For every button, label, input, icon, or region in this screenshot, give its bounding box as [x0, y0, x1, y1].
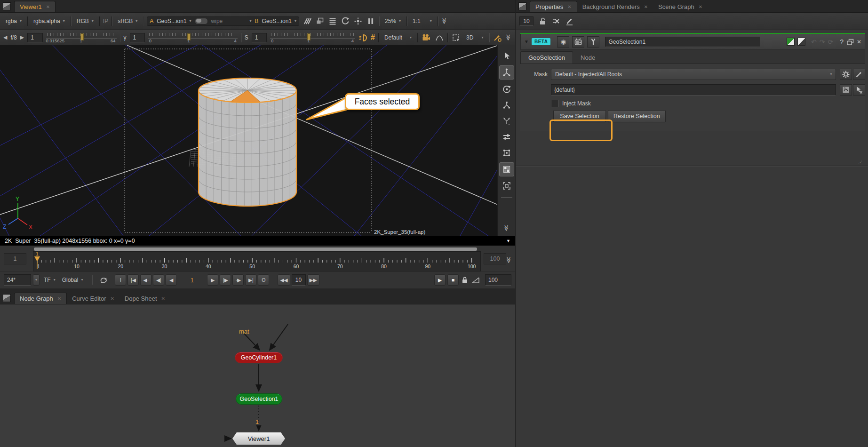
free-transform-tool-icon[interactable]	[500, 114, 514, 128]
in-point-button[interactable]: I	[115, 274, 126, 286]
frame-range-dropdown[interactable]: Global▾	[60, 276, 86, 284]
playback-end-input[interactable]: 100	[485, 274, 511, 286]
node-geoselection1[interactable]: GeoSelection1	[236, 393, 282, 405]
roi-icon[interactable]	[353, 16, 363, 26]
float-panel-icon[interactable]	[846, 38, 854, 46]
timeline-scrollbar[interactable]	[34, 247, 477, 251]
flipbook-button[interactable]: ▶	[434, 274, 446, 286]
status-dropdown-icon[interactable]: ▼	[506, 239, 510, 243]
tab-node-graph[interactable]: Node Graph✕	[14, 293, 67, 304]
gamma-input[interactable]: 1	[130, 33, 145, 42]
saturation-input[interactable]: 1	[252, 33, 267, 42]
translate-tool-icon[interactable]	[499, 65, 514, 80]
previous-keyframe-button[interactable]: ◀·	[140, 274, 151, 286]
rotate-tool-icon[interactable]	[500, 82, 514, 96]
monitor-output-icon[interactable]	[572, 36, 584, 48]
cylinder-geometry[interactable]	[199, 78, 296, 206]
restore-selection-button[interactable]: Restore Selection	[608, 110, 666, 122]
close-icon[interactable]: ✕	[161, 296, 165, 301]
fstop-up-button[interactable]: ▶	[20, 34, 24, 40]
display-mode-dropdown[interactable]: RGB▾	[74, 17, 96, 25]
scanline-icon[interactable]	[328, 16, 337, 26]
lens-curve-icon[interactable]	[435, 33, 444, 42]
play-backward-button[interactable]: ◀	[166, 274, 177, 286]
range-end-input[interactable]: 100	[484, 253, 506, 264]
mask-pattern-input[interactable]: {default}	[551, 84, 836, 96]
sample-eyedropper-icon[interactable]	[493, 33, 502, 42]
collapse-toolbar-icon[interactable]: ≫	[503, 225, 510, 231]
viewer-3d-canvas[interactable]: Y X Z 2K_Super_35(full-ap) Faces selecte…	[0, 45, 515, 236]
refresh-icon[interactable]	[341, 16, 350, 26]
close-icon[interactable]: ✕	[699, 4, 702, 9]
view-mode-dropdown[interactable]: 3D▾	[464, 33, 486, 42]
tab-viewer1[interactable]: Viewer1 ✕	[14, 1, 56, 12]
stop-render-button[interactable]: ■	[447, 274, 459, 286]
channels-dropdown[interactable]: rgba▾	[3, 17, 24, 25]
tab-scene-graph[interactable]: Scene Graph✕	[653, 1, 708, 12]
node-viewer1[interactable]: Viewer1	[232, 432, 285, 445]
gain-slider[interactable]: 0.015625 1 64	[46, 32, 117, 44]
gain-input[interactable]: 1	[27, 33, 42, 42]
zoom-dropdown[interactable]: 25%▾	[382, 17, 403, 25]
downrez-stripes-icon[interactable]	[303, 16, 312, 26]
close-icon[interactable]: ✕	[110, 296, 114, 301]
center-node-icon[interactable]: ◉	[557, 36, 569, 48]
close-panel-icon[interactable]: ✕	[857, 39, 861, 45]
grid-overlay-icon[interactable]: #	[371, 33, 375, 42]
node-color-swatch[interactable]	[787, 38, 795, 46]
object-selection-mode-icon[interactable]	[500, 179, 514, 192]
step-forward-button[interactable]: |▶	[220, 274, 231, 286]
fps-input[interactable]: 24*	[4, 274, 31, 286]
close-icon[interactable]: ✕	[567, 4, 571, 9]
a-input-dropdown[interactable]: GeoS...ion1▾	[157, 18, 191, 24]
pause-icon[interactable]	[366, 16, 375, 26]
pane-split-icon[interactable]	[518, 2, 526, 10]
render-ramp-icon[interactable]	[471, 276, 480, 284]
headlamp-icon[interactable]	[358, 33, 367, 42]
select-tool-icon[interactable]	[500, 49, 514, 63]
camera-icon[interactable]	[421, 33, 431, 42]
help-icon[interactable]: ?	[840, 38, 844, 46]
pixel-aspect-dropdown[interactable]: 1:1▾	[410, 17, 434, 25]
panel-resize-grip[interactable]: ⋰	[858, 160, 865, 166]
collapse-toolbar-icon[interactable]: ≫	[441, 18, 448, 24]
frame-ruler[interactable]: 1102030405060708090100 1	[33, 251, 481, 271]
adjust-sliders-icon[interactable]	[500, 130, 514, 144]
node-name-input[interactable]: GeoSelection1	[605, 37, 760, 47]
gl-color-swatch[interactable]	[797, 38, 805, 46]
close-icon[interactable]: ✕	[46, 4, 50, 9]
current-frame-display[interactable]: 1	[179, 277, 205, 284]
pane-split-icon[interactable]	[3, 294, 11, 302]
colorspace-dropdown[interactable]: sRGB▾	[115, 17, 140, 25]
proxy-mode-icon[interactable]	[315, 16, 325, 26]
mask-eyedropper-icon[interactable]	[853, 69, 865, 80]
edit-comment-pencil-icon[interactable]	[565, 16, 574, 26]
timeline-mode-dropdown[interactable]: TF▾	[41, 276, 58, 284]
b-input-dropdown[interactable]: GeoS...ion1▾	[262, 18, 296, 24]
playback-loop-icon[interactable]	[99, 275, 109, 285]
lock-range-icon[interactable]	[461, 276, 469, 284]
mask-gear-icon[interactable]	[840, 69, 852, 80]
inject-mask-checkbox[interactable]	[551, 100, 558, 107]
input-process-button[interactable]: IP	[103, 18, 108, 24]
collapse-timeline-icon[interactable]: ≫	[506, 257, 513, 263]
saturation-slider[interactable]: 0 1 4	[270, 32, 355, 44]
go-to-start-button[interactable]: |◀	[127, 274, 139, 286]
jump-forward-button[interactable]: ▶▶	[307, 274, 319, 286]
play-forward-button[interactable]: ▶	[207, 274, 218, 286]
fps-dropdown-button[interactable]: ▾	[33, 274, 40, 286]
node-graph-canvas[interactable]: mat GeoCylinder1 GeoSelection1 1 Viewer1	[0, 304, 515, 447]
wipe-toggle[interactable]	[195, 18, 208, 24]
fstop-down-button[interactable]: ◀	[3, 34, 7, 40]
wipe-mode-dropdown[interactable]: wipe▾	[211, 18, 252, 24]
out-point-button[interactable]: O	[258, 274, 269, 286]
tab-curve-editor[interactable]: Curve Editor✕	[67, 293, 119, 304]
save-selection-button[interactable]: Save Selection	[553, 110, 606, 122]
panel-resize-divider[interactable]	[516, 166, 868, 166]
clear-selection-cursor-icon[interactable]	[853, 84, 865, 96]
tab-geoselection[interactable]: GeoSelection	[520, 51, 573, 64]
scale-tool-icon[interactable]	[500, 98, 514, 112]
max-panels-input[interactable]: 10	[519, 16, 534, 26]
face-selection-mode-icon[interactable]	[499, 162, 514, 176]
tab-dope-sheet[interactable]: Dope Sheet✕	[119, 293, 170, 304]
